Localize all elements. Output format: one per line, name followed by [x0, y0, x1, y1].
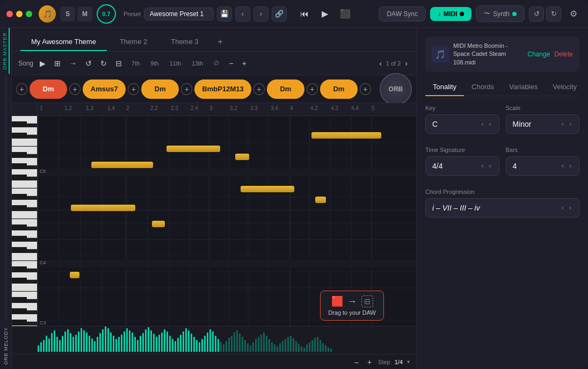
next-page-button[interactable]: › [403, 57, 410, 70]
add-chord-1[interactable]: + [69, 83, 81, 95]
loop-button[interactable]: ↺ [83, 57, 94, 70]
add-theme-button[interactable]: + [212, 33, 229, 51]
add-chord-4[interactable]: + [253, 83, 265, 95]
tab-tonality[interactable]: Tonality [425, 78, 464, 96]
waveform-bar [247, 343, 249, 352]
midi-button[interactable]: ♪ MIDI [430, 7, 471, 21]
drag-tooltip[interactable]: 🟥 → ⊟ Drag to your DAW [320, 291, 384, 321]
interval-11th[interactable]: 11th [166, 59, 184, 68]
minus-button[interactable]: − [227, 57, 235, 70]
key-control[interactable]: C ‹ › [425, 114, 499, 134]
maximize-button[interactable] [26, 11, 32, 17]
scale-control[interactable]: Minor ‹ › [506, 114, 580, 134]
add-chord-5[interactable]: + [307, 83, 318, 95]
chord-bmbp12m13[interactable]: BmbP12M13 [194, 79, 251, 99]
note-9[interactable] [70, 272, 79, 278]
bars-control[interactable]: 4 ‹ › [506, 156, 580, 176]
delete-midi-button[interactable]: Delete [554, 49, 573, 59]
plus-button[interactable]: + [240, 57, 249, 70]
plus-step-button[interactable]: + [365, 356, 374, 368]
minimize-button[interactable] [16, 11, 23, 17]
key-next[interactable]: › [488, 119, 492, 129]
key-prev[interactable]: ‹ [481, 119, 485, 129]
metronome-button[interactable]: ⊟ [113, 57, 124, 70]
export-button[interactable]: → [67, 57, 79, 70]
midi-file-actions: Change Delete [527, 49, 573, 59]
daw-sync-button[interactable]: DAW Sync [379, 6, 426, 21]
chord-prog-next[interactable]: › [568, 203, 572, 213]
time-prev[interactable]: ‹ [481, 161, 485, 171]
note-1[interactable] [91, 162, 153, 168]
redo-button[interactable]: ↻ [546, 6, 561, 21]
preset-name[interactable]: Awesome Preset 1 [144, 8, 214, 20]
next-preset-button[interactable]: › [253, 6, 268, 21]
add-chord-2[interactable]: + [128, 83, 139, 95]
waveform-bar [244, 340, 246, 352]
chord-prog-prev[interactable]: ‹ [561, 203, 565, 213]
prev-preset-button[interactable]: ‹ [235, 6, 250, 21]
add-chord-end[interactable]: + [360, 83, 371, 95]
note-3[interactable] [311, 132, 381, 139]
interval-null[interactable]: ∅ [210, 58, 222, 68]
sync-button[interactable]: ↻ [98, 57, 109, 70]
note-5[interactable] [71, 205, 135, 211]
bars-prev[interactable]: ‹ [561, 161, 565, 171]
waveform-bar [204, 336, 206, 352]
interval-13th[interactable]: 13th [188, 59, 206, 68]
close-button[interactable] [6, 11, 13, 17]
play-button[interactable]: ▶ [317, 6, 333, 22]
chord-dm-2[interactable]: Dm [141, 79, 179, 99]
theme-tab-2[interactable]: Theme 2 [109, 33, 158, 51]
minus-step-button[interactable]: – [352, 356, 361, 368]
theme-tab-1[interactable]: My Awesome Theme [20, 33, 107, 51]
scale-prev[interactable]: ‹ [561, 119, 565, 129]
waveform-bar [102, 329, 104, 352]
chord-dm-4[interactable]: Dm [320, 79, 358, 99]
s-button[interactable]: S [60, 6, 75, 21]
interval-9th[interactable]: 9th [147, 59, 162, 68]
add-chord-3[interactable]: + [181, 83, 192, 95]
chord-dm-1[interactable]: Dm [30, 79, 67, 99]
stop-button[interactable]: ⬛ [337, 6, 353, 22]
traffic-lights [6, 11, 32, 17]
time-next[interactable]: › [488, 161, 492, 171]
main-content: ORB MASTER ORB MELODY My Awesome Theme T… [0, 28, 588, 369]
step-value[interactable]: 1/4 [395, 359, 403, 365]
tab-velocity[interactable]: Velocity [545, 78, 584, 96]
play-song-button[interactable]: ▶ [38, 57, 48, 70]
note-2[interactable] [166, 146, 220, 152]
waveform-bar [161, 332, 163, 352]
step-dropdown-icon[interactable]: ▾ [407, 359, 410, 365]
tab-chords[interactable]: Chords [464, 78, 502, 96]
m-button[interactable]: M [77, 6, 92, 21]
time-sig-control[interactable]: 4/4 ‹ › [425, 156, 499, 176]
chord-dm-3[interactable]: Dm [267, 79, 304, 99]
skip-back-button[interactable]: ⏮ [296, 6, 313, 22]
theme-tab-3[interactable]: Theme 3 [160, 33, 209, 51]
synth-button[interactable]: 〜 Synth [476, 5, 525, 22]
change-midi-button[interactable]: Change [527, 49, 550, 59]
note-4[interactable] [241, 186, 294, 192]
chord-amsus7[interactable]: Amsus7 [83, 79, 126, 99]
scale-next[interactable]: › [568, 119, 572, 129]
note-7[interactable] [235, 154, 249, 160]
add-chord-start[interactable]: + [16, 83, 27, 95]
note-8[interactable] [315, 197, 326, 203]
orb-button[interactable]: ORB [380, 73, 412, 105]
chord-prog-control[interactable]: i – VII – III – iv ‹ › [425, 198, 579, 218]
link-button[interactable]: 🔗 [272, 6, 287, 21]
waveform-bar [156, 337, 157, 352]
interval-7th[interactable]: 7th [128, 59, 143, 68]
prev-page-button[interactable]: ‹ [377, 57, 384, 70]
grid-view-button[interactable]: ⊞ [52, 57, 63, 70]
note-6[interactable] [152, 221, 165, 227]
waveform-bar [81, 328, 82, 352]
save-preset-button[interactable]: 💾 [217, 6, 232, 21]
waveform-bar [83, 330, 85, 352]
waveform-bar [263, 332, 265, 352]
bars-next[interactable]: › [568, 161, 572, 171]
settings-button[interactable]: ⚙ [565, 6, 582, 22]
tempo-control[interactable]: 0.7 [97, 4, 116, 24]
tab-variables[interactable]: Variables [502, 78, 545, 96]
undo-button[interactable]: ↺ [529, 6, 544, 21]
